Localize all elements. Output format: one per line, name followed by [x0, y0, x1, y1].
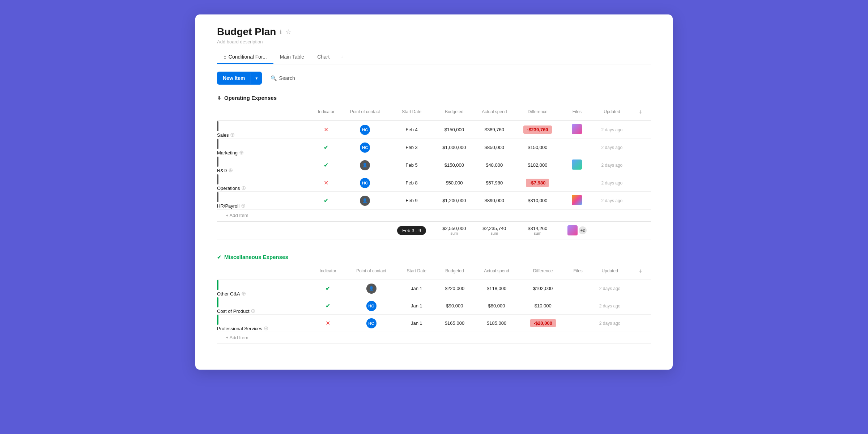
contact-cell: HC [341, 174, 389, 192]
table-row: HR/Payroll ⊕ ✔ 👤 Feb 9 $1,200,000 $890,0… [217, 192, 651, 210]
color-bar [217, 280, 218, 290]
start-date-cell: Feb 3 [389, 139, 435, 156]
summary-empty [594, 221, 630, 239]
search-button[interactable]: 🔍 Search [266, 72, 299, 84]
files-cell [560, 156, 594, 174]
row-add-icon[interactable]: ⊕ [230, 132, 235, 138]
updated-cell: 2 days ago [594, 156, 630, 174]
start-date-cell: Jan 1 [397, 315, 435, 332]
diff-negative: -$239,760 [523, 125, 552, 134]
new-item-button[interactable]: New Item ▼ [217, 72, 262, 85]
add-item-row[interactable]: + Add Item [217, 210, 651, 222]
extra-cell [630, 174, 651, 192]
color-bar [217, 192, 218, 202]
difference-cell: $102,000 [515, 156, 560, 174]
check-indicator: ✔ [324, 144, 328, 150]
extra-cell [630, 315, 651, 332]
collapse-icon[interactable]: ⬇ [217, 95, 221, 101]
indicator-cell: ✕ [311, 121, 341, 139]
indicator-cell: ✕ [311, 174, 341, 192]
indicator-cell: ✔ [311, 192, 341, 210]
col-actual: Actual spend [474, 103, 515, 121]
updated-cell: 2 days ago [594, 139, 630, 156]
actual-cell: $389,760 [474, 121, 515, 139]
add-item-label-misc[interactable]: + Add Item [217, 332, 651, 344]
date-range-badge: Feb 3 - 9 [397, 226, 426, 235]
x-indicator: ✕ [324, 180, 328, 186]
indicator-cell: ✔ [311, 156, 341, 174]
files-cell [566, 280, 590, 297]
color-bar [217, 297, 218, 307]
file-thumbnail-blue[interactable] [572, 159, 582, 170]
tab-add[interactable]: + [336, 50, 348, 64]
check-indicator: ✔ [324, 197, 328, 204]
diff-negative: -$7,980 [526, 179, 549, 187]
add-column-header[interactable]: ＋ [630, 103, 651, 121]
table-row: Operations ⊕ ✕ HC Feb 8 $50,000 $57,980 … [217, 174, 651, 192]
row-add-icon[interactable]: ⊕ [241, 290, 246, 297]
star-icon[interactable]: ☆ [285, 28, 291, 36]
start-date-cell: Feb 8 [389, 174, 435, 192]
avatar-hc: HC [360, 125, 370, 135]
new-item-dropdown-arrow[interactable]: ▼ [251, 73, 262, 84]
difference-cell: $10,000 [519, 297, 566, 315]
actual-cell: $890,000 [474, 192, 515, 210]
item-name-hrpayroll: HR/Payroll ⊕ [217, 192, 311, 209]
color-bar [217, 315, 218, 325]
info-icon[interactable]: ℹ [280, 29, 282, 35]
budgeted-cell: $1,000,000 [435, 139, 474, 156]
header: Budget Plan ℹ ☆ Add board description ⌂ … [195, 14, 673, 64]
extra-cell [630, 139, 651, 156]
start-date-cell: Jan 1 [397, 297, 435, 315]
col-files: Files [560, 103, 594, 121]
add-column-header[interactable]: ＋ [630, 262, 651, 280]
extra-cell [630, 297, 651, 315]
color-bar [217, 139, 218, 149]
tab-chart[interactable]: Chart [311, 50, 336, 64]
board-description[interactable]: Add board description [217, 39, 651, 44]
files-cell [566, 297, 590, 315]
operating-expenses-header[interactable]: ⬇ Operating Expenses [217, 92, 651, 103]
add-item-label[interactable]: + Add Item [217, 210, 651, 222]
difference-cell: $150,000 [515, 139, 560, 156]
tabs-bar: ⌂ Conditional For... Main Table Chart + [217, 50, 651, 64]
tab-conditional[interactable]: ⌂ Conditional For... [217, 50, 273, 64]
add-column-button[interactable]: ＋ [634, 105, 647, 118]
file-thumbnail[interactable] [572, 124, 582, 134]
collapse-icon[interactable]: ✔ [217, 254, 221, 260]
summary-empty [341, 221, 389, 239]
avatar-hc: HC [360, 178, 370, 188]
row-add-icon[interactable]: ⊕ [239, 149, 244, 156]
col-indicator: Indicator [311, 262, 345, 280]
misc-expenses-group: ✔ Miscellaneous Expenses Indicator Point… [217, 251, 651, 344]
row-add-icon[interactable]: ⊕ [228, 167, 233, 173]
actual-cell: $48,000 [474, 156, 515, 174]
col-budgeted: Budgeted [435, 262, 473, 280]
home-icon: ⌂ [224, 54, 226, 60]
file-thumbnail-rainbow[interactable] [572, 195, 582, 205]
x-indicator: ✕ [326, 320, 330, 326]
content-area: ⬇ Operating Expenses Indicator Point of … [195, 92, 673, 344]
add-column-button-misc[interactable]: ＋ [634, 264, 647, 277]
indicator-cell: ✔ [311, 280, 345, 297]
misc-expenses-header[interactable]: ✔ Miscellaneous Expenses [217, 251, 651, 262]
contact-cell: HC [345, 315, 398, 332]
col-actual: Actual spend [474, 262, 520, 280]
summary-empty [311, 221, 341, 239]
col-start-date: Start Date [389, 103, 435, 121]
row-add-icon[interactable]: ⊕ [251, 308, 255, 314]
updated-cell: 2 days ago [594, 192, 630, 210]
actual-cell: $80,000 [474, 297, 520, 315]
extra-cell [630, 156, 651, 174]
contact-cell: 👤 [341, 156, 389, 174]
col-difference: Difference [519, 262, 566, 280]
tab-main-table[interactable]: Main Table [273, 50, 311, 64]
row-add-icon[interactable]: ⊕ [241, 185, 246, 191]
row-add-icon[interactable]: ⊕ [264, 325, 268, 331]
table-row: Marketing ⊕ ✔ HC Feb 3 $1,000,000 $850,0… [217, 139, 651, 156]
contact-cell: HC [345, 297, 398, 315]
add-item-row-misc[interactable]: + Add Item [217, 332, 651, 344]
row-add-icon[interactable]: ⊕ [241, 203, 246, 209]
updated-cell: 2 days ago [594, 174, 630, 192]
avatar-hc: HC [366, 301, 376, 311]
